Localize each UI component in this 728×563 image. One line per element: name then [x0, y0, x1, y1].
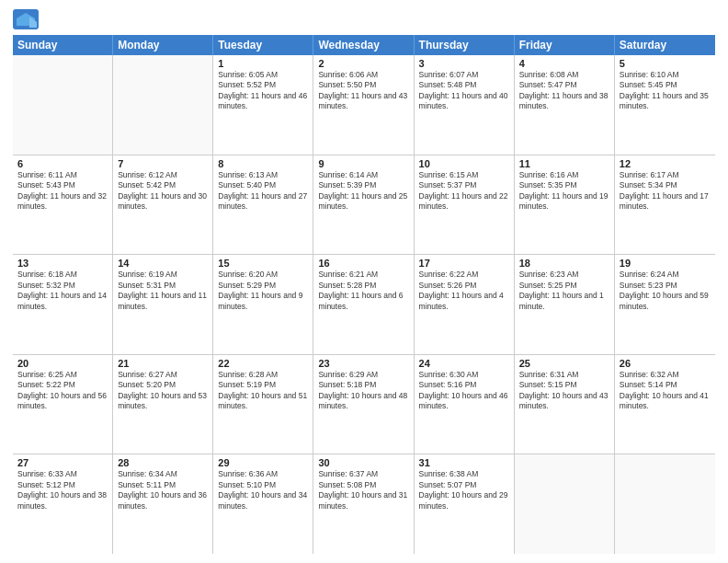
- day-number: 16: [318, 258, 408, 269]
- calendar-day-3: 3Sunrise: 6:07 AM Sunset: 5:48 PM Daylig…: [415, 55, 515, 155]
- day-info: Sunrise: 6:30 AM Sunset: 5:16 PM Dayligh…: [419, 370, 509, 412]
- day-info: Sunrise: 6:33 AM Sunset: 5:12 PM Dayligh…: [17, 469, 108, 511]
- day-number: 14: [118, 258, 208, 269]
- day-number: 4: [519, 58, 609, 69]
- calendar-week-4: 20Sunrise: 6:25 AM Sunset: 5:22 PM Dayli…: [13, 355, 715, 455]
- day-number: 28: [118, 457, 208, 468]
- day-number: 10: [419, 158, 509, 169]
- calendar-day-11: 11Sunrise: 6:16 AM Sunset: 5:35 PM Dayli…: [515, 155, 615, 255]
- day-header-friday: Friday: [515, 35, 615, 55]
- day-info: Sunrise: 6:23 AM Sunset: 5:25 PM Dayligh…: [519, 270, 609, 312]
- calendar-day-30: 30Sunrise: 6:37 AM Sunset: 5:08 PM Dayli…: [313, 454, 414, 554]
- day-number: 29: [218, 457, 308, 468]
- day-info: Sunrise: 6:32 AM Sunset: 5:14 PM Dayligh…: [620, 370, 711, 412]
- logo-icon: [13, 9, 39, 29]
- day-info: Sunrise: 6:34 AM Sunset: 5:11 PM Dayligh…: [118, 469, 208, 511]
- day-info: Sunrise: 6:07 AM Sunset: 5:48 PM Dayligh…: [419, 70, 509, 112]
- day-info: Sunrise: 6:37 AM Sunset: 5:08 PM Dayligh…: [318, 469, 408, 511]
- day-info: Sunrise: 6:06 AM Sunset: 5:50 PM Dayligh…: [318, 70, 408, 112]
- calendar-day-4: 4Sunrise: 6:08 AM Sunset: 5:47 PM Daylig…: [515, 55, 615, 155]
- day-number: 1: [218, 58, 308, 69]
- calendar-day-6: 6Sunrise: 6:11 AM Sunset: 5:43 PM Daylig…: [13, 155, 113, 255]
- calendar-day-16: 16Sunrise: 6:21 AM Sunset: 5:28 PM Dayli…: [313, 255, 414, 354]
- calendar-day-15: 15Sunrise: 6:20 AM Sunset: 5:29 PM Dayli…: [213, 255, 313, 354]
- day-info: Sunrise: 6:10 AM Sunset: 5:45 PM Dayligh…: [620, 70, 711, 112]
- day-number: 24: [419, 358, 509, 369]
- day-info: Sunrise: 6:21 AM Sunset: 5:28 PM Dayligh…: [318, 270, 408, 312]
- calendar-day-12: 12Sunrise: 6:17 AM Sunset: 5:34 PM Dayli…: [615, 155, 715, 255]
- day-info: Sunrise: 6:18 AM Sunset: 5:32 PM Dayligh…: [17, 270, 108, 312]
- day-info: Sunrise: 6:31 AM Sunset: 5:15 PM Dayligh…: [519, 370, 609, 412]
- day-header-thursday: Thursday: [415, 35, 515, 55]
- calendar-day-5: 5Sunrise: 6:10 AM Sunset: 5:45 PM Daylig…: [615, 55, 715, 155]
- day-info: Sunrise: 6:19 AM Sunset: 5:31 PM Dayligh…: [118, 270, 208, 312]
- calendar-day-9: 9Sunrise: 6:14 AM Sunset: 5:39 PM Daylig…: [313, 155, 414, 255]
- calendar-day-25: 25Sunrise: 6:31 AM Sunset: 5:15 PM Dayli…: [515, 355, 615, 454]
- calendar-day-23: 23Sunrise: 6:29 AM Sunset: 5:18 PM Dayli…: [313, 355, 414, 454]
- day-number: 22: [218, 358, 308, 369]
- day-info: Sunrise: 6:11 AM Sunset: 5:43 PM Dayligh…: [17, 170, 108, 213]
- calendar-day-24: 24Sunrise: 6:30 AM Sunset: 5:16 PM Dayli…: [415, 355, 515, 454]
- day-info: Sunrise: 6:05 AM Sunset: 5:52 PM Dayligh…: [218, 70, 308, 112]
- day-number: 23: [318, 358, 408, 369]
- day-header-monday: Monday: [113, 35, 213, 55]
- calendar-day-31: 31Sunrise: 6:38 AM Sunset: 5:07 PM Dayli…: [415, 454, 515, 554]
- day-header-sunday: Sunday: [13, 35, 113, 55]
- calendar-header-row: SundayMondayTuesdayWednesdayThursdayFrid…: [13, 35, 715, 55]
- calendar-day-8: 8Sunrise: 6:13 AM Sunset: 5:40 PM Daylig…: [213, 155, 313, 255]
- day-info: Sunrise: 6:12 AM Sunset: 5:42 PM Dayligh…: [118, 170, 208, 213]
- day-info: Sunrise: 6:24 AM Sunset: 5:23 PM Dayligh…: [620, 270, 711, 312]
- day-header-wednesday: Wednesday: [313, 35, 414, 55]
- day-info: Sunrise: 6:27 AM Sunset: 5:20 PM Dayligh…: [118, 370, 208, 412]
- calendar-day-28: 28Sunrise: 6:34 AM Sunset: 5:11 PM Dayli…: [113, 454, 213, 554]
- calendar-day-14: 14Sunrise: 6:19 AM Sunset: 5:31 PM Dayli…: [113, 255, 213, 354]
- day-number: 13: [17, 258, 108, 269]
- calendar-empty-cell: [113, 55, 213, 155]
- logo: [13, 9, 42, 29]
- day-info: Sunrise: 6:08 AM Sunset: 5:47 PM Dayligh…: [519, 70, 609, 112]
- day-number: 26: [620, 358, 711, 369]
- calendar-day-22: 22Sunrise: 6:28 AM Sunset: 5:19 PM Dayli…: [213, 355, 313, 454]
- calendar-day-27: 27Sunrise: 6:33 AM Sunset: 5:12 PM Dayli…: [13, 454, 113, 554]
- calendar-day-13: 13Sunrise: 6:18 AM Sunset: 5:32 PM Dayli…: [13, 255, 113, 354]
- day-number: 3: [419, 58, 509, 69]
- day-info: Sunrise: 6:15 AM Sunset: 5:37 PM Dayligh…: [419, 170, 509, 213]
- day-info: Sunrise: 6:14 AM Sunset: 5:39 PM Dayligh…: [318, 170, 408, 213]
- day-info: Sunrise: 6:36 AM Sunset: 5:10 PM Dayligh…: [218, 469, 308, 511]
- calendar-day-2: 2Sunrise: 6:06 AM Sunset: 5:50 PM Daylig…: [313, 55, 414, 155]
- day-number: 2: [318, 58, 408, 69]
- day-info: Sunrise: 6:29 AM Sunset: 5:18 PM Dayligh…: [318, 370, 408, 412]
- day-number: 11: [519, 158, 609, 169]
- day-info: Sunrise: 6:13 AM Sunset: 5:40 PM Dayligh…: [218, 170, 308, 213]
- calendar-day-19: 19Sunrise: 6:24 AM Sunset: 5:23 PM Dayli…: [615, 255, 715, 354]
- day-info: Sunrise: 6:16 AM Sunset: 5:35 PM Dayligh…: [519, 170, 609, 213]
- calendar-day-26: 26Sunrise: 6:32 AM Sunset: 5:14 PM Dayli…: [615, 355, 715, 454]
- day-info: Sunrise: 6:28 AM Sunset: 5:19 PM Dayligh…: [218, 370, 308, 412]
- calendar-week-2: 6Sunrise: 6:11 AM Sunset: 5:43 PM Daylig…: [13, 155, 715, 256]
- day-number: 6: [17, 158, 108, 169]
- calendar-week-1: 1Sunrise: 6:05 AM Sunset: 5:52 PM Daylig…: [13, 55, 715, 155]
- day-number: 25: [519, 358, 609, 369]
- day-info: Sunrise: 6:17 AM Sunset: 5:34 PM Dayligh…: [620, 170, 711, 213]
- day-number: 12: [620, 158, 711, 169]
- calendar-empty-cell: [615, 454, 715, 554]
- calendar-day-21: 21Sunrise: 6:27 AM Sunset: 5:20 PM Dayli…: [113, 355, 213, 454]
- calendar-week-3: 13Sunrise: 6:18 AM Sunset: 5:32 PM Dayli…: [13, 255, 715, 355]
- calendar-day-29: 29Sunrise: 6:36 AM Sunset: 5:10 PM Dayli…: [213, 454, 313, 554]
- day-number: 5: [620, 58, 711, 69]
- day-number: 19: [620, 258, 711, 269]
- day-header-tuesday: Tuesday: [213, 35, 313, 55]
- day-number: 8: [218, 158, 308, 169]
- day-number: 31: [419, 457, 509, 468]
- day-number: 7: [118, 158, 208, 169]
- day-number: 20: [17, 358, 108, 369]
- day-number: 27: [17, 457, 108, 468]
- day-info: Sunrise: 6:20 AM Sunset: 5:29 PM Dayligh…: [218, 270, 308, 312]
- day-info: Sunrise: 6:25 AM Sunset: 5:22 PM Dayligh…: [17, 370, 108, 412]
- day-info: Sunrise: 6:22 AM Sunset: 5:26 PM Dayligh…: [419, 270, 509, 312]
- day-info: Sunrise: 6:38 AM Sunset: 5:07 PM Dayligh…: [419, 469, 509, 511]
- calendar-empty-cell: [13, 55, 113, 155]
- calendar-day-1: 1Sunrise: 6:05 AM Sunset: 5:52 PM Daylig…: [213, 55, 313, 155]
- calendar-empty-cell: [515, 454, 615, 554]
- day-number: 9: [318, 158, 408, 169]
